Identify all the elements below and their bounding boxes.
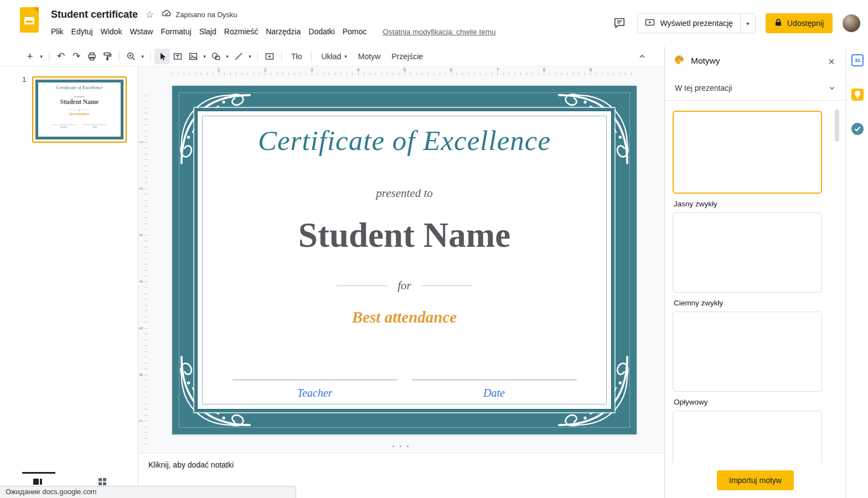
for-text[interactable]: for xyxy=(172,279,637,293)
menu-dodatki[interactable]: Dodatki xyxy=(304,25,338,38)
present-icon xyxy=(645,18,655,29)
student-name-text[interactable]: Student Name xyxy=(172,215,637,256)
theme-card-ciemny-zwykly[interactable] xyxy=(673,312,822,392)
toolbar: + ▾ ↶ ↷ xyxy=(0,46,664,66)
zoom-button[interactable] xyxy=(123,49,139,64)
close-icon[interactable]: × xyxy=(826,54,837,68)
theme-button[interactable]: Motyw xyxy=(353,49,386,64)
collapse-toolbar-icon[interactable] xyxy=(634,49,650,64)
save-status-label: Zapisano na Dysku xyxy=(175,11,237,19)
new-slide-button[interactable]: + xyxy=(22,49,38,64)
image-caret-icon[interactable]: ▾ xyxy=(201,49,208,64)
select-tool-button[interactable] xyxy=(154,49,170,64)
themes-scrollbar[interactable] xyxy=(835,110,839,142)
thumb-student-name: Student Name xyxy=(38,98,121,106)
top-bar-actions: Wyświetl prezentację ▾ Udostępnij xyxy=(612,13,860,33)
keep-icon[interactable] xyxy=(851,89,864,101)
award-text[interactable]: Best attendance xyxy=(172,308,637,326)
thumb-signature-lines xyxy=(38,124,121,125)
menu-slajd[interactable]: Slajd xyxy=(195,25,220,38)
themes-panel-footer: Importuj motyw xyxy=(665,463,846,498)
menu-edytuj[interactable]: Edytuj xyxy=(68,25,97,38)
certificate-title-text[interactable]: Certificate of Excellence xyxy=(172,124,637,157)
shape-caret-icon[interactable]: ▾ xyxy=(224,49,231,64)
google-slides-app: Student certificate ☆ Zapisano na Dysku … xyxy=(0,0,868,498)
text-box-button[interactable] xyxy=(170,49,185,64)
themes-panel: Motywy × W tej prezentacji Jasny zwykły … xyxy=(664,46,846,498)
theme-card-oplywowy[interactable] xyxy=(673,411,822,463)
account-avatar[interactable] xyxy=(843,14,860,32)
horizontal-ruler: 1 2 3 4 5 6 7 8 9 xyxy=(172,66,637,76)
present-split-button: Wyświetl prezentację ▾ xyxy=(637,13,755,33)
slide-filmstrip: 1 Certificate of Excellence presented to… xyxy=(0,66,138,498)
slide-number: 1 xyxy=(22,75,26,84)
insert-image-button[interactable] xyxy=(185,49,201,64)
thumb-presented-to: presented to xyxy=(38,95,121,98)
calendar-icon[interactable]: 31 xyxy=(851,54,864,66)
comments-icon[interactable] xyxy=(612,15,627,31)
themes-panel-title: Motywy xyxy=(691,56,720,66)
menu-plik[interactable]: Plik xyxy=(47,25,68,38)
import-theme-button[interactable]: Importuj motyw xyxy=(717,470,794,490)
slide-canvas[interactable]: Certificate of Excellence presented to S… xyxy=(172,86,637,434)
last-modified-link[interactable]: Ostatnia modyfikacja: chwilę temu xyxy=(383,28,495,36)
print-button[interactable] xyxy=(84,49,100,64)
present-dropdown-caret[interactable]: ▾ xyxy=(740,14,755,33)
line-caret-icon[interactable]: ▾ xyxy=(246,49,254,64)
top-bar: Student certificate ☆ Zapisano na Dysku … xyxy=(0,0,868,46)
current-theme-card[interactable] xyxy=(673,111,822,194)
insert-shape-button[interactable] xyxy=(208,49,224,64)
thumb-award: Best attendance xyxy=(38,112,121,116)
document-title[interactable]: Student certificate xyxy=(51,9,138,20)
menu-rozmiesc[interactable]: Rozmieść xyxy=(220,25,262,38)
menu-wstaw[interactable]: Wstaw xyxy=(126,25,157,38)
slide-thumbnail[interactable]: Certificate of Excellence presented to S… xyxy=(32,76,127,143)
paint-format-button[interactable] xyxy=(100,49,115,64)
zoom-caret-icon[interactable]: ▾ xyxy=(139,49,146,64)
redo-button[interactable]: ↷ xyxy=(69,49,84,64)
themes-panel-header: Motywy × xyxy=(665,46,846,75)
new-slide-caret-icon[interactable]: ▾ xyxy=(38,49,45,64)
teacher-label[interactable]: Teacher xyxy=(232,387,397,400)
section-label: W tej prezentacji xyxy=(675,84,732,92)
background-button[interactable]: Tło xyxy=(286,49,307,64)
presented-to-text[interactable]: presented to xyxy=(172,186,637,200)
save-status[interactable]: Zapisano na Dysku xyxy=(162,8,237,20)
insert-line-button[interactable] xyxy=(231,49,246,64)
share-button[interactable]: Udostępnij xyxy=(766,13,833,33)
present-button[interactable]: Wyświetl prezentację xyxy=(638,14,740,33)
date-signature-line xyxy=(412,380,577,380)
undo-button[interactable]: ↶ xyxy=(53,49,69,64)
present-button-label: Wyświetl prezentację xyxy=(660,19,732,28)
theme-card-jasny-zwykly[interactable] xyxy=(673,212,822,293)
menu-pomoc[interactable]: Pomoc xyxy=(339,25,371,38)
thumb-for-row: for xyxy=(38,108,121,111)
layout-button-label: Układ xyxy=(321,52,341,61)
layout-button[interactable]: Układ ▾ xyxy=(316,49,352,64)
active-view-indicator xyxy=(22,472,55,474)
for-left-line xyxy=(337,286,388,286)
notes-resize-handle[interactable]: • • • xyxy=(392,443,411,449)
transition-button[interactable]: Przejście xyxy=(386,49,428,64)
insert-placeholder-button[interactable] xyxy=(262,49,277,64)
date-label[interactable]: Date xyxy=(412,387,577,400)
themes-list: Jasny zwykły Ciemny zwykły Opływowy xyxy=(665,101,846,463)
tasks-icon[interactable] xyxy=(851,123,864,135)
menu-widok[interactable]: Widok xyxy=(96,25,126,38)
vertical-ruler: 1 2 3 4 5 6 7 xyxy=(138,96,148,444)
menu-formatuj[interactable]: Formatuj xyxy=(157,25,195,38)
star-icon[interactable]: ☆ xyxy=(146,10,154,19)
palette-icon xyxy=(674,54,685,68)
thumb-signature-labels: TeacherDate xyxy=(38,126,121,129)
menu-narzedzia[interactable]: Narzędzia xyxy=(262,25,304,38)
slide-canvas-area: 1 2 3 4 5 6 7 8 9 1 2 3 4 xyxy=(138,66,664,498)
lock-icon xyxy=(774,18,782,28)
teacher-signature-line xyxy=(232,380,397,380)
theme-name: Jasny zwykły xyxy=(674,200,822,208)
in-this-presentation-section[interactable]: W tej prezentacji xyxy=(665,75,846,101)
signature-labels: Teacher Date xyxy=(172,387,637,400)
workspace: 1 Certificate of Excellence presented to… xyxy=(0,66,664,498)
slides-logo-icon[interactable] xyxy=(20,7,39,33)
thumb-title: Certificate of Excellence xyxy=(38,85,121,90)
side-panel-strip: 31 xyxy=(846,46,868,498)
